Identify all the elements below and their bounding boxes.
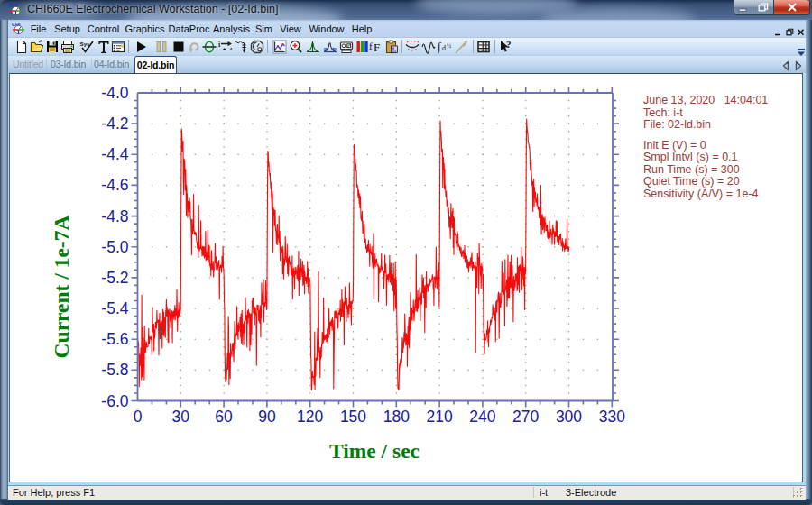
svg-text:i: i — [218, 41, 221, 49]
svg-text:?: ? — [506, 40, 512, 50]
svg-text:½: ½ — [447, 42, 451, 50]
svg-text:d: d — [442, 44, 446, 52]
svg-text:F: F — [374, 41, 380, 54]
svg-text:Sys: Sys — [80, 41, 91, 47]
svg-text:f: f — [369, 41, 373, 51]
